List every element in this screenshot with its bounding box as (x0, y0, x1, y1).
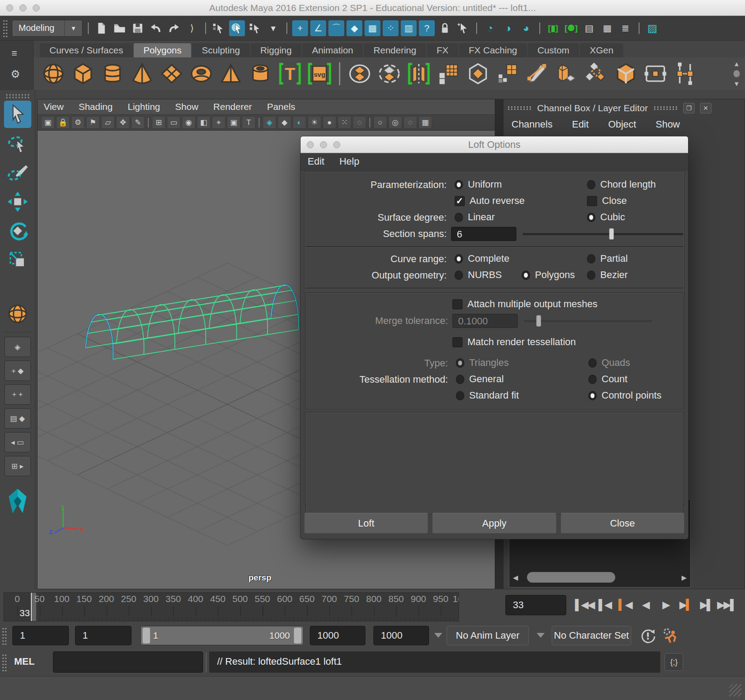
layout-pair-a-button[interactable]: + ◆ (4, 361, 31, 381)
multi-cut-icon[interactable] (524, 61, 550, 87)
combine-icon[interactable] (436, 61, 461, 87)
shelf-tab-xgen[interactable]: XGen (580, 43, 623, 57)
new-scene-icon[interactable] (94, 20, 109, 36)
poly-prism-icon[interactable] (218, 61, 244, 87)
section-spans-input[interactable]: 6 (451, 227, 516, 241)
vp-wireframe-icon[interactable]: ◈ (263, 116, 276, 129)
vp-textured-icon[interactable]: ◐ (293, 116, 306, 129)
step-forward-key-button[interactable]: ▶▍ (676, 594, 696, 615)
vp-isolate-icon[interactable]: ○ (373, 116, 387, 129)
layout-three-button[interactable]: ▤ ◆ (4, 408, 31, 429)
select-object-icon[interactable] (229, 20, 245, 36)
scroll-thumb[interactable] (734, 70, 740, 77)
vp-region-icon[interactable]: ⌖ (212, 116, 226, 129)
radio-icon[interactable] (588, 375, 597, 384)
vp-ssao-icon[interactable]: ⁙ (338, 116, 351, 129)
last-tool-sphere-icon[interactable] (4, 300, 31, 327)
playback-speed-icon[interactable] (638, 626, 658, 645)
scroll-left-icon[interactable]: ◀ (511, 574, 520, 582)
vp-image-plane-icon[interactable]: ▱ (101, 116, 115, 129)
shelf-tab-animation[interactable]: Animation (302, 43, 363, 57)
render-settings-icon[interactable]: ◕ (518, 20, 534, 36)
snap-point-icon[interactable]: ⌒ (328, 20, 344, 36)
shelf-tab-sculpting[interactable]: Sculpting (192, 43, 249, 57)
highlight-selection-icon[interactable] (455, 20, 471, 36)
slider-track[interactable] (524, 320, 652, 322)
open-scene-icon[interactable] (112, 20, 128, 36)
poly-torus-icon[interactable] (188, 61, 214, 87)
outliner-toggle-icon[interactable]: ≣ (617, 20, 633, 36)
chevron-down-icon[interactable]: ▼ (64, 20, 82, 36)
edge-flow-icon[interactable] (672, 61, 698, 87)
radio-icon[interactable] (588, 358, 597, 368)
viewport-menu-show[interactable]: Show (175, 102, 199, 112)
bevel-icon[interactable] (554, 61, 579, 87)
snap-plane-icon[interactable]: ◆ (346, 20, 362, 36)
vp-grease-pencil-icon[interactable]: ✎ (131, 116, 145, 129)
radio-icon[interactable] (587, 271, 595, 280)
radio-standard-fit[interactable]: Standard fit (456, 390, 519, 401)
step-back-frame-button[interactable]: ▌◀ (595, 594, 614, 615)
current-frame-field[interactable]: 33 (505, 595, 566, 615)
animation-preferences-icon[interactable] (660, 626, 680, 645)
shelf-scrollbar[interactable]: ▲ ▼ (731, 60, 742, 87)
mirror-icon[interactable] (406, 61, 432, 87)
shelf-tab-rendering[interactable]: Rendering (364, 43, 426, 57)
layout-single-button[interactable]: ◈ (4, 337, 31, 357)
command-line-grip[interactable] (2, 654, 7, 671)
poly-plane-icon[interactable] (159, 61, 184, 87)
toolbox-grip[interactable] (5, 94, 30, 99)
vp-film-gate-icon[interactable]: ▭ (167, 116, 181, 129)
extract-icon[interactable] (495, 61, 520, 87)
vp-snapshot-icon[interactable]: ▣ (227, 116, 241, 129)
anim-layer-button[interactable]: No Anim Layer (447, 626, 529, 645)
close-button[interactable]: Close (561, 513, 685, 534)
radio-icon[interactable] (456, 358, 464, 368)
panel-grip[interactable] (653, 106, 678, 110)
layout-grid-button[interactable]: ⊞ ▸ (4, 456, 31, 476)
animation-start-field[interactable]: 1 (12, 626, 69, 645)
slider-thumb[interactable] (536, 315, 541, 327)
attribute-spreadsheet-icon[interactable]: ▤ (581, 20, 597, 36)
vp-xray-icon[interactable]: ◎ (388, 116, 402, 129)
chevron-down-icon[interactable] (434, 633, 442, 638)
viewport-menu-view[interactable]: View (44, 102, 64, 112)
save-scene-icon[interactable] (130, 20, 146, 36)
snap-curve-icon[interactable]: ∠ (310, 20, 326, 36)
vp-grid-icon[interactable]: ⊞ (152, 116, 166, 129)
radio-linear[interactable]: Linear (455, 211, 495, 223)
range-row-grip[interactable] (2, 627, 7, 645)
slider-thumb[interactable] (609, 228, 614, 240)
close-panel-icon[interactable]: ✕ (700, 103, 711, 113)
range-slider[interactable]: 1 1000 (140, 626, 304, 645)
scroll-right-icon[interactable]: ▶ (680, 574, 689, 582)
shelf-menu-icon[interactable]: ≡ (11, 48, 17, 59)
radio-icon[interactable] (456, 375, 464, 384)
section-spans-slider[interactable] (523, 230, 683, 238)
border-edges-icon[interactable] (643, 61, 668, 87)
checkbox-icon[interactable]: ✓ (455, 196, 465, 206)
gear-icon[interactable]: ⚙ (11, 68, 20, 80)
viewport-menu-lighting[interactable]: Lighting (128, 102, 160, 112)
vp-joint-xray-icon[interactable]: ◌ (403, 116, 417, 129)
radio-partial[interactable]: Partial (587, 253, 628, 264)
chevron-down-icon[interactable] (537, 633, 545, 638)
vp-bookmarks-icon[interactable]: ⚑ (86, 116, 100, 129)
statusline-grip[interactable] (3, 19, 8, 37)
vp-camera-attributes-icon[interactable]: ⚙ (71, 116, 85, 129)
radio-complete[interactable]: Complete (455, 253, 509, 264)
selection-mask-caret-icon[interactable]: ▾ (265, 20, 281, 36)
channel-box-menu-edit[interactable]: Edit (572, 119, 589, 130)
vp-lock-camera-icon[interactable]: 🔒 (56, 116, 70, 129)
poly-pipe-icon[interactable] (248, 61, 273, 87)
playback-end-field[interactable]: 1000 (310, 626, 365, 645)
separate-icon[interactable] (465, 61, 491, 87)
loft-button[interactable]: Loft (304, 513, 428, 534)
radio-icon[interactable] (522, 271, 530, 280)
radio-icon[interactable] (587, 180, 595, 189)
open-render-view-icon[interactable]: ◔ (482, 20, 498, 36)
redo-icon[interactable] (166, 20, 182, 36)
checkbox-match-render[interactable]: Match render tessellation (452, 336, 576, 348)
dialog-titlebar[interactable]: Loft Options (301, 136, 688, 153)
checkbox-icon[interactable] (587, 196, 597, 206)
